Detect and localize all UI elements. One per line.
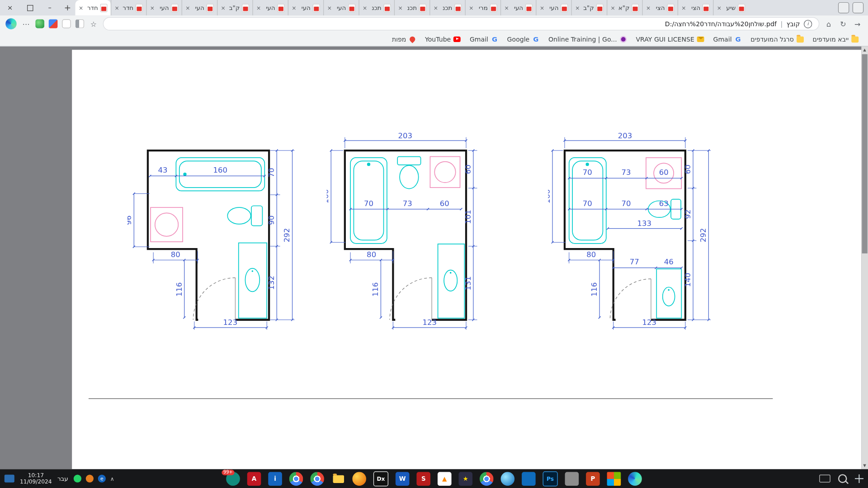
browser-tab[interactable]: × הצי: [642, 0, 677, 15]
word-app-icon[interactable]: W: [396, 472, 410, 486]
whatsapp-tray-icon[interactable]: [74, 475, 81, 483]
browser-tab[interactable]: × ק"ב: [217, 0, 252, 15]
chrome-profile-2-icon[interactable]: [310, 472, 324, 486]
browser-menu-button[interactable]: ⋯: [21, 19, 31, 28]
bookmark-youtube[interactable]: YouTube: [422, 34, 464, 44]
language-indicator[interactable]: עבר: [57, 475, 68, 482]
tab-close-icon[interactable]: ×: [575, 5, 580, 10]
tab-close-icon[interactable]: ×: [185, 5, 191, 10]
browser-tab[interactable]: × העי: [323, 0, 359, 15]
window-close-button[interactable]: ×: [0, 0, 20, 15]
tab-close-icon[interactable]: ×: [505, 5, 510, 10]
extension-icon[interactable]: [35, 19, 44, 28]
home-button[interactable]: ⌂: [824, 19, 834, 28]
browser-tab[interactable]: × תכנ: [429, 0, 465, 15]
scroll-down-icon[interactable]: ▼: [861, 464, 868, 468]
new-tab-button[interactable]: +: [60, 0, 75, 15]
window-restore-button[interactable]: [20, 0, 40, 15]
chrome-profile-3-icon[interactable]: [480, 472, 494, 486]
browser-tab[interactable]: × חדר: [75, 0, 111, 15]
firefox-app-icon[interactable]: [352, 472, 366, 486]
browser-tab[interactable]: × העי: [536, 0, 571, 15]
tab-close-icon[interactable]: ×: [150, 5, 156, 10]
refresh-button[interactable]: ↻: [838, 19, 848, 28]
back-button[interactable]: →: [853, 19, 863, 28]
tab-close-icon[interactable]: ×: [292, 5, 297, 10]
tab-close-icon[interactable]: ×: [256, 5, 262, 10]
tab-close-icon[interactable]: ×: [611, 5, 616, 10]
browser-tab[interactable]: × העי: [500, 0, 536, 15]
browser-tab[interactable]: × תכנ: [359, 0, 394, 15]
browser-tab[interactable]: × העי: [182, 0, 217, 15]
tab-close-icon[interactable]: ×: [646, 5, 651, 10]
split-screen-icon[interactable]: [75, 19, 85, 28]
tab-close-icon[interactable]: ×: [114, 5, 120, 10]
blue-app-icon[interactable]: [522, 472, 536, 486]
taskbar-clock[interactable]: 10:17 11/09/2024: [20, 472, 52, 486]
bookmark-favorites-folder[interactable]: סרגל המועדפים: [748, 34, 807, 44]
favorite-star-icon[interactable]: ☆: [89, 19, 99, 28]
hidden-icons-caret[interactable]: ∧: [110, 475, 114, 481]
sketch-app-icon[interactable]: S: [416, 472, 430, 486]
media-star-app-icon[interactable]: ★: [458, 472, 472, 486]
bookmark-import-favorites[interactable]: ייבא מועדפים: [810, 34, 861, 44]
bookmark-gmail-2[interactable]: Gmail G: [710, 34, 744, 44]
tab-close-icon[interactable]: ×: [327, 5, 333, 10]
browser-tab[interactable]: × ק"ב: [571, 0, 607, 15]
browser-tab[interactable]: × ק"א: [607, 0, 642, 15]
tab-close-icon[interactable]: ×: [540, 5, 545, 10]
tab-close-icon[interactable]: ×: [434, 5, 439, 10]
scrollbar-thumb[interactable]: [862, 54, 868, 253]
dx-app-icon[interactable]: Dx: [373, 471, 388, 486]
browser-tab[interactable]: × חדר: [111, 0, 146, 15]
whatsapp-app-icon[interactable]: 99+: [226, 472, 240, 486]
browser-tab[interactable]: × העי: [288, 0, 323, 15]
paint3d-app-icon[interactable]: [501, 472, 515, 486]
chrome-app-icon[interactable]: [289, 472, 303, 486]
info-app-icon[interactable]: i: [268, 472, 282, 486]
browser-tab[interactable]: × שיע: [713, 0, 748, 15]
tab-close-icon[interactable]: ×: [469, 5, 474, 10]
bookmark-google[interactable]: Google G: [504, 34, 542, 44]
collections-icon[interactable]: [62, 19, 71, 28]
edge-app-icon[interactable]: [628, 472, 642, 486]
gray-app-icon[interactable]: [565, 472, 579, 486]
extension-icon[interactable]: [49, 19, 58, 28]
browser-tab[interactable]: × העי: [252, 0, 288, 15]
tab-close-icon[interactable]: ×: [398, 5, 403, 10]
tray-app-icon[interactable]: [86, 475, 94, 483]
powerpoint-app-icon[interactable]: P: [586, 472, 600, 486]
tab-close-icon[interactable]: ×: [221, 5, 226, 10]
notification-panel-icon[interactable]: [5, 475, 14, 483]
vlc-app-icon[interactable]: ▲: [438, 472, 452, 486]
bookmark-online-training[interactable]: Online Training | Go...: [546, 34, 630, 44]
search-icon[interactable]: [838, 474, 847, 483]
file-explorer-icon[interactable]: [331, 472, 345, 486]
touch-keyboard-icon[interactable]: [819, 475, 830, 483]
bookmark-vray-license[interactable]: VRAY GUI LICENSE: [633, 34, 707, 44]
tab-close-icon[interactable]: ×: [717, 5, 722, 10]
bookmark-gmail[interactable]: Gmail G: [467, 34, 501, 44]
photoshop-app-icon[interactable]: Ps: [543, 471, 558, 486]
page-info-icon[interactable]: i: [804, 19, 812, 28]
autocad-app-icon[interactable]: A: [247, 472, 261, 486]
browser-tab[interactable]: × מרי: [465, 0, 500, 15]
window-minimize-button[interactable]: –: [40, 0, 60, 15]
tab-close-icon[interactable]: ×: [681, 5, 687, 10]
browser-tab[interactable]: × הצי: [678, 0, 713, 15]
tab-label: העי: [335, 4, 346, 11]
browser-tray-icon[interactable]: e: [98, 475, 106, 483]
start-button[interactable]: [855, 474, 864, 483]
vertical-tabs-button[interactable]: [853, 2, 863, 13]
edge-logo-icon[interactable]: [5, 18, 16, 29]
browser-tab[interactable]: × העי: [146, 0, 181, 15]
browser-tab[interactable]: × תכנ: [394, 0, 429, 15]
bookmark-maps[interactable]: מפות: [389, 34, 419, 44]
office-hub-icon[interactable]: [607, 472, 621, 486]
tab-search-button[interactable]: [838, 2, 849, 13]
tab-close-icon[interactable]: ×: [363, 5, 368, 10]
address-bar[interactable]: D:/שולחן%20עבודה/חדר%20רחצה.pdf | קובץ i: [103, 17, 819, 30]
vertical-scrollbar[interactable]: ▲ ▼: [861, 47, 868, 469]
scroll-up-icon[interactable]: ▲: [861, 47, 868, 52]
tab-close-icon[interactable]: ×: [79, 5, 84, 10]
